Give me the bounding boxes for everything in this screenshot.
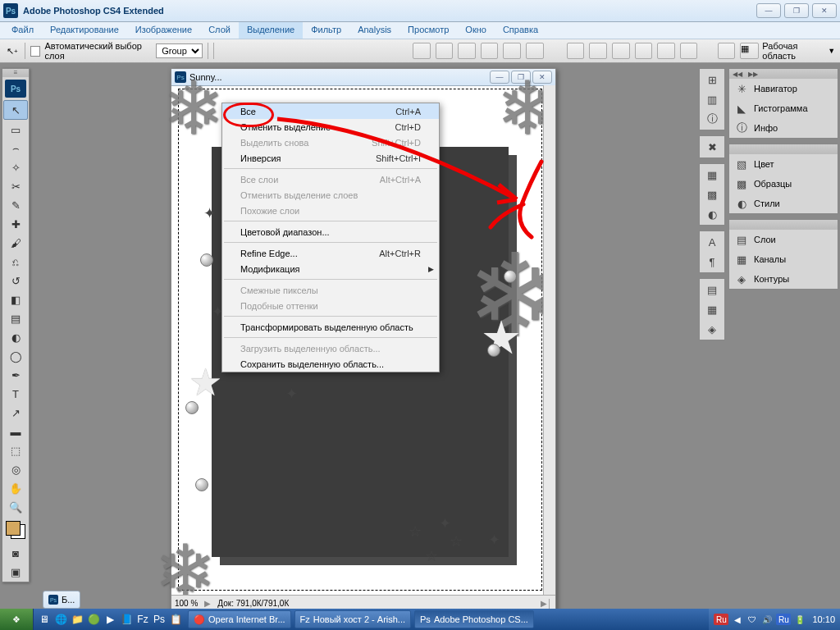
panel-navigator[interactable]: ✳Навигатор bbox=[729, 79, 838, 98]
menu-выделение[interactable]: Выделение bbox=[239, 22, 303, 39]
menu-редактирование[interactable]: Редактирование bbox=[42, 22, 127, 39]
minimized-doc-tab[interactable]: PsБ... bbox=[43, 591, 80, 609]
ql-icon[interactable]: Ps bbox=[152, 612, 167, 627]
layers-dock-icon[interactable]: ▤ bbox=[701, 281, 723, 299]
channels-dock-icon[interactable]: ▦ bbox=[701, 300, 723, 318]
3d-tool[interactable]: ⬚ bbox=[4, 441, 27, 459]
auto-select-dropdown[interactable]: Group bbox=[156, 43, 203, 58]
screenmode-tool[interactable]: ▣ bbox=[4, 563, 27, 581]
panel-styles[interactable]: ◐Стили bbox=[729, 194, 838, 213]
dodge-tool[interactable]: ◯ bbox=[4, 347, 27, 365]
ql-icon[interactable]: ▶ bbox=[103, 612, 117, 627]
eyedropper-tool[interactable]: ✎ bbox=[4, 196, 27, 214]
histogram-dock-icon[interactable]: ▥ bbox=[701, 90, 723, 108]
distribute-btn[interactable] bbox=[657, 43, 675, 59]
tray-lang-icon[interactable]: Ru bbox=[714, 614, 728, 625]
brush-tool[interactable]: 🖌 bbox=[4, 234, 27, 252]
ql-icon[interactable]: 🖥 bbox=[37, 612, 52, 627]
panel-paths[interactable]: ◈Контуры bbox=[729, 269, 838, 289]
distribute-btn[interactable] bbox=[635, 43, 653, 59]
menu-фильтр[interactable]: Фильтр bbox=[303, 22, 349, 39]
panel-layers[interactable]: ▤Слои bbox=[729, 230, 838, 249]
lasso-tool[interactable]: ⌢ bbox=[4, 139, 27, 158]
distribute-btn[interactable] bbox=[589, 43, 607, 59]
minimize-button[interactable]: — bbox=[756, 3, 781, 18]
close-button[interactable]: ✕ bbox=[812, 3, 837, 18]
menu-item[interactable]: Модификация▶ bbox=[222, 261, 439, 276]
tray-icon[interactable]: 🔋 bbox=[794, 614, 806, 625]
tray-lang2-icon[interactable]: Ru bbox=[776, 614, 791, 625]
auto-select-checkbox[interactable] bbox=[30, 46, 40, 57]
char-dock-icon[interactable]: A bbox=[701, 233, 723, 251]
hand-tool[interactable]: ✋ bbox=[4, 479, 27, 497]
ql-icon[interactable]: 📋 bbox=[168, 612, 183, 627]
navigator-dock-icon[interactable]: ⊞ bbox=[701, 71, 723, 89]
panel-swatches[interactable]: ▩Образцы bbox=[729, 174, 838, 194]
align-btn[interactable] bbox=[436, 43, 454, 59]
align-btn[interactable] bbox=[413, 43, 431, 59]
menu-просмотр[interactable]: Просмотр bbox=[399, 22, 457, 39]
3d-camera-tool[interactable]: ◎ bbox=[4, 460, 27, 478]
wand-tool[interactable]: ✧ bbox=[4, 158, 27, 176]
tray-icon[interactable]: 🔊 bbox=[761, 614, 773, 625]
taskbar-item[interactable]: FzНовый хост 2 - Arish... bbox=[294, 610, 411, 628]
info-dock-icon[interactable]: ⓘ bbox=[701, 110, 723, 128]
para-dock-icon[interactable]: ¶ bbox=[701, 253, 723, 271]
taskbar-item[interactable]: 🔴Opera Internet Br... bbox=[188, 610, 291, 628]
foreground-color[interactable] bbox=[6, 521, 21, 536]
ql-icon[interactable]: 🌐 bbox=[53, 612, 68, 627]
start-button[interactable]: ❖ bbox=[0, 609, 34, 630]
menu-item[interactable]: Refine Edge...Alt+Ctrl+R bbox=[222, 245, 439, 261]
ql-icon[interactable]: 📘 bbox=[119, 612, 134, 627]
eraser-tool[interactable]: ◧ bbox=[4, 290, 27, 308]
menu-файл[interactable]: Файл bbox=[3, 22, 42, 39]
tray-icon[interactable]: ◀ bbox=[732, 614, 743, 625]
color-dock-icon[interactable]: ▦ bbox=[701, 166, 723, 184]
taskbar-item[interactable]: PsAdobe Photoshop CS... bbox=[414, 610, 534, 628]
menu-item[interactable]: ВсеCtrl+A bbox=[222, 103, 439, 119]
align-btn[interactable] bbox=[526, 43, 544, 59]
workspace-icon[interactable]: ▦ bbox=[740, 43, 759, 59]
type-tool[interactable]: T bbox=[4, 385, 27, 403]
menu-справка[interactable]: Справка bbox=[495, 22, 546, 39]
menu-item[interactable]: ИнверсияShift+Ctrl+I bbox=[222, 150, 439, 166]
color-swatch[interactable] bbox=[4, 519, 27, 541]
stamp-tool[interactable]: ⎌ bbox=[4, 253, 27, 271]
align-btn[interactable] bbox=[481, 43, 499, 59]
distribute-btn[interactable] bbox=[567, 43, 585, 59]
ql-icon[interactable]: 📁 bbox=[70, 612, 84, 627]
panel-info[interactable]: ⓘИнфо bbox=[729, 118, 838, 138]
menu-analysis[interactable]: Analysis bbox=[349, 22, 399, 39]
workspace-label[interactable]: Рабочая область bbox=[762, 41, 824, 61]
align-btn[interactable] bbox=[503, 43, 521, 59]
heal-tool[interactable]: ✚ bbox=[4, 215, 27, 233]
ql-icon[interactable]: Fz bbox=[135, 612, 150, 627]
menu-item[interactable]: Трансформировать выделенную область bbox=[222, 319, 439, 335]
quickmask-tool[interactable]: ◙ bbox=[4, 544, 27, 562]
blur-tool[interactable]: ◐ bbox=[4, 328, 27, 346]
styles-dock-icon[interactable]: ◐ bbox=[701, 205, 723, 223]
path-tool[interactable]: ↗ bbox=[4, 404, 27, 422]
panel-color[interactable]: ▧Цвет bbox=[729, 154, 838, 174]
zoom-level[interactable]: 100 % bbox=[175, 599, 198, 608]
shape-tool[interactable]: ▬ bbox=[4, 422, 27, 441]
panel-collapse-button[interactable]: ◀◀ ▶▶ bbox=[729, 69, 838, 79]
panel-channels[interactable]: ▦Каналы bbox=[729, 249, 838, 269]
menu-item[interactable]: Сохранить выделенную область... bbox=[222, 356, 439, 372]
menu-изображение[interactable]: Изображение bbox=[127, 22, 200, 39]
crop-tool[interactable]: ✂ bbox=[4, 177, 27, 195]
toolbox-grip[interactable]: ≡ bbox=[2, 69, 29, 77]
panel-histogram[interactable]: ◣Гистограмма bbox=[729, 98, 838, 118]
paths-dock-icon[interactable]: ◈ bbox=[701, 320, 723, 338]
ql-icon[interactable]: 🟢 bbox=[86, 612, 101, 627]
tray-icon[interactable]: 🛡 bbox=[746, 614, 758, 625]
maximize-button[interactable]: ❐ bbox=[784, 3, 809, 18]
menu-item[interactable]: Цветовой диапазон... bbox=[222, 224, 439, 240]
tools-dock-icon[interactable]: ✖ bbox=[701, 138, 723, 156]
zoom-tool[interactable]: 🔍 bbox=[4, 498, 27, 516]
distribute-btn[interactable] bbox=[612, 43, 630, 59]
menu-item[interactable]: Отменить выделениеCtrl+D bbox=[222, 119, 439, 135]
move-tool[interactable]: ↖ bbox=[3, 100, 28, 120]
clock[interactable]: 10:10 bbox=[812, 614, 835, 624]
menu-слой[interactable]: Слой bbox=[200, 22, 239, 39]
